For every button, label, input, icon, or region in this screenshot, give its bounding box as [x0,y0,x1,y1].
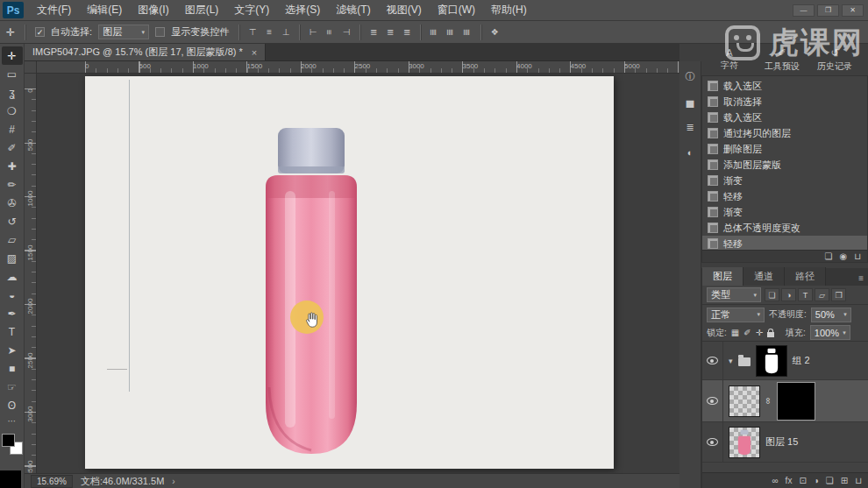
distribute-top-edges-icon[interactable]: ≣ [366,26,381,39]
blend-mode-dropdown[interactable]: 正常 ▾ [707,308,765,322]
layer-row-selected[interactable]: ∞ [702,380,868,422]
edit-toolbar-icon[interactable]: ⋯ [8,416,17,426]
menu-item-4[interactable]: 文字(Y) [226,0,277,20]
new-layer-icon[interactable]: ⊞ [841,476,848,485]
group-expand-icon[interactable]: ▾ [729,357,733,365]
distribute-left-edges-icon[interactable]: ≣ [428,25,440,39]
visibility-eye-icon[interactable] [707,438,718,446]
adjustments-panel-icon[interactable]: ◐ [682,145,698,160]
foreground-color-swatch[interactable] [2,434,15,447]
blur-tool-icon[interactable]: ☁ [2,267,23,286]
visibility-eye-icon[interactable] [707,357,718,364]
zoom-tool-icon[interactable]: ʘ [2,396,23,414]
new-snapshot-icon[interactable]: ◉ [839,251,847,262]
history-step[interactable]: 添加图层蒙版 [702,157,867,173]
document[interactable] [85,76,614,469]
lock-paint-icon[interactable]: ✐ [743,328,751,337]
minimize-icon[interactable]: — [793,4,815,17]
lock-position-icon[interactable]: ✛ [756,328,763,337]
status-menu-icon[interactable]: › [172,477,174,486]
tab-history[interactable]: ↺历史记录 [808,47,861,73]
histogram-panel-icon[interactable]: ▅ [682,94,698,110]
tab-channels[interactable]: 通道 [743,267,785,286]
panel-menu-icon[interactable]: ≡ [858,273,864,286]
layer-row-group[interactable]: ▾ 组 2 [702,342,868,380]
menu-item-7[interactable]: 视图(V) [379,0,430,20]
lasso-tool-icon[interactable]: ʓ [2,83,23,102]
lock-transparency-icon[interactable]: ▦ [731,328,739,337]
history-step[interactable]: 删除图层 [702,141,867,157]
layer-effects-icon[interactable]: fx [786,476,793,485]
auto-select-checkbox[interactable]: ✓ [35,27,45,37]
close-tab-icon[interactable]: × [252,47,257,58]
visibility-eye-icon[interactable] [707,397,718,405]
layer-thumbnail[interactable] [729,427,760,458]
menu-item-2[interactable]: 图像(I) [130,0,176,20]
layer-row-15[interactable]: 图层 15 [702,422,868,463]
history-step[interactable]: 总体不透明度更改 [702,220,867,236]
gradient-tool-icon[interactable]: ▨ [2,249,23,267]
rectangle-tool-icon[interactable]: ■ [2,359,23,378]
history-brush-tool-icon[interactable]: ↺ [2,212,23,230]
eyedropper-tool-icon[interactable]: ✐ [2,138,23,157]
delete-state-icon[interactable]: ⊔ [854,251,861,262]
auto-align-layers-icon[interactable]: ❖ [487,26,502,39]
close-icon[interactable]: ✕ [842,4,864,17]
menu-item-1[interactable]: 编辑(E) [79,0,130,20]
align-vertical-centers-icon[interactable]: ≡ [262,26,276,39]
clone-stamp-tool-icon[interactable]: ✇ [2,194,23,212]
screen-mode-button[interactable] [0,470,21,488]
align-right-edges-icon[interactable]: ⊣ [339,26,353,39]
history-step[interactable]: 渐变 [702,173,867,188]
dodge-tool-icon[interactable]: ◒ [2,286,23,304]
distribute-vertical-centers-icon[interactable]: ≣ [383,26,397,39]
path-selection-tool-icon[interactable]: ➤ [2,341,23,359]
history-step[interactable]: 渐变 [702,204,867,220]
filter-shape-layers-icon[interactable]: ▱ [815,288,829,301]
pen-tool-icon[interactable]: ✒ [2,304,23,322]
history-step[interactable]: 通过拷贝的图层 [702,125,867,141]
new-document-from-state-icon[interactable]: ❏ [824,251,832,262]
properties-panel-icon[interactable]: ≣ [682,119,698,135]
menu-item-3[interactable]: 图层(L) [177,0,227,20]
zoom-level-field[interactable]: 15.69% [31,475,73,488]
show-transform-checkbox[interactable] [155,27,165,37]
filter-type-layers-icon[interactable]: T [798,288,813,301]
history-step[interactable]: 轻移 [702,188,867,204]
brush-tool-icon[interactable]: ✏ [2,175,23,194]
fill-dropdown[interactable]: 100% ▾ [810,325,850,340]
distribute-horizontal-centers-icon[interactable]: ≣ [445,25,457,39]
document-tab[interactable]: IMGP5047.JPG @ 15.7% (图层 17, 图层蒙版/8) * × [25,44,266,60]
history-step[interactable]: 载入选区 [702,110,867,125]
align-left-edges-icon[interactable]: ⊢ [306,26,320,39]
link-layers-icon[interactable]: ∞ [772,476,778,485]
tab-tool-presets[interactable]: ✐工具预设 [756,47,808,73]
align-top-edges-icon[interactable]: ⊤ [245,26,260,39]
tab-layers[interactable]: 图层 [702,267,743,286]
lock-all-icon[interactable] [767,329,774,337]
new-group-icon[interactable]: ❏ [826,476,834,485]
tab-paths[interactable]: 路径 [785,267,826,286]
menu-item-0[interactable]: 文件(F) [29,0,79,20]
canvas-area[interactable]: 0500100015002000250030003500400045005000… [25,61,679,473]
align-horizontal-centers-icon[interactable]: ≡ [324,25,336,39]
rectangular-marquee-tool-icon[interactable]: ▭ [2,65,23,83]
layer-thumbnail[interactable] [729,385,760,417]
auto-select-target-dropdown[interactable]: 图层 ▾ [98,25,149,39]
tab-character[interactable]: A字符 [703,47,756,72]
history-step[interactable]: 取消选择 [702,94,867,110]
move-tool-icon[interactable]: ✛ [2,46,23,65]
distribute-bottom-edges-icon[interactable]: ≣ [400,26,414,39]
hand-tool-icon[interactable]: ☞ [2,378,23,396]
new-adjustment-layer-icon[interactable]: ◑ [814,476,819,485]
eraser-tool-icon[interactable]: ▱ [2,230,23,249]
history-step[interactable]: 轻移 [702,236,867,250]
restore-icon[interactable]: ❐ [817,4,839,17]
group-mask-thumbnail[interactable] [756,345,787,377]
menu-item-5[interactable]: 选择(S) [277,0,328,20]
menu-item-9[interactable]: 帮助(H) [483,0,535,20]
opacity-dropdown[interactable]: 50% ▾ [811,308,851,322]
menu-item-6[interactable]: 滤镜(T) [328,0,378,20]
history-step[interactable]: 载入选区 [702,78,867,94]
add-layer-mask-icon[interactable]: ⊡ [799,476,806,485]
